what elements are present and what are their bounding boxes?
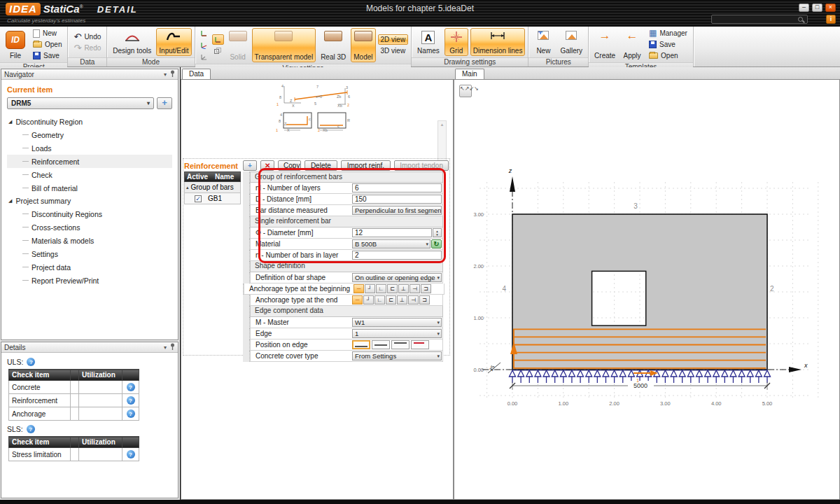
- anchorage-type-button-0[interactable]: ─: [352, 295, 363, 304]
- nav-item-geometry[interactable]: Geometry: [7, 128, 172, 141]
- anchorage-type-button-2[interactable]: ∟: [374, 295, 385, 304]
- open-button[interactable]: Open: [30, 39, 64, 50]
- nav-item-settings[interactable]: Settings: [7, 247, 172, 260]
- value-select[interactable]: From Settings▾: [352, 351, 442, 360]
- info-button[interactable]: i: [826, 15, 836, 24]
- delete-all-button[interactable]: Delete all: [304, 160, 337, 171]
- help-icon[interactable]: ?: [127, 383, 135, 391]
- value-select[interactable]: W1▾: [352, 318, 442, 327]
- template-create-button[interactable]: → Create: [592, 28, 618, 61]
- axis-view-button-3[interactable]: [198, 52, 210, 62]
- grid-button[interactable]: Grid: [444, 28, 468, 56]
- undo-button[interactable]: ↶Undo: [71, 31, 104, 42]
- search-input[interactable]: [711, 15, 808, 24]
- template-apply-button[interactable]: ← Apply: [620, 28, 644, 61]
- model-button[interactable]: Model: [351, 28, 375, 62]
- tab-main[interactable]: Main: [455, 69, 484, 79]
- anchorage-type-button-0[interactable]: ─: [354, 284, 364, 293]
- value-select[interactable]: Perpendicular to first segment +▾: [352, 206, 442, 215]
- import-reinf-dxf-button[interactable]: Import reinf. DXF: [341, 160, 391, 171]
- anchorage-type-button-5[interactable]: ⊣: [410, 284, 420, 293]
- add-reinforcement-button[interactable]: +: [243, 160, 257, 171]
- input-edit-button[interactable]: Input/Edit: [156, 28, 191, 56]
- anchorage-type-button-4[interactable]: ⊥: [398, 284, 409, 293]
- anchorage-type-button-6[interactable]: ⊐: [419, 295, 430, 304]
- nav-tree-section[interactable]: ◢Discontinuity Region: [7, 115, 172, 128]
- nav-item-bill-of-material[interactable]: Bill of material: [7, 181, 172, 195]
- value-input[interactable]: 12: [352, 228, 432, 237]
- help-icon[interactable]: ?: [127, 450, 135, 458]
- template-open-button[interactable]: Open: [646, 50, 690, 61]
- value-input[interactable]: 6: [352, 183, 442, 192]
- picture-new-button[interactable]: New: [531, 28, 555, 56]
- panel-menu-icon[interactable]: ▾: [164, 71, 167, 78]
- anchorage-type-button-1[interactable]: ┘: [363, 295, 374, 304]
- nav-item-check[interactable]: Check: [7, 168, 172, 181]
- gallery-button[interactable]: Gallery: [557, 28, 585, 56]
- view-2d-button[interactable]: 2D view: [378, 34, 409, 45]
- spinner-control[interactable]: ▴▾: [433, 228, 442, 237]
- template-manager-button[interactable]: ▦Manager: [646, 28, 690, 38]
- nav-item-cross-sections[interactable]: Cross-sections: [7, 220, 172, 234]
- new-button[interactable]: New: [30, 28, 64, 38]
- expander-icon[interactable]: ◢: [8, 119, 12, 125]
- nav-item-loads[interactable]: Loads: [7, 141, 172, 155]
- fit-view-button[interactable]: ↖↗↙↘: [459, 85, 472, 97]
- template-save-button[interactable]: Save: [646, 39, 690, 50]
- active-checkbox[interactable]: ✓: [195, 195, 202, 202]
- perspective-cube-button[interactable]: [212, 46, 224, 57]
- nav-tree-section[interactable]: ◢Project summary: [7, 195, 172, 207]
- delete-reinforcement-button[interactable]: ✕: [260, 160, 274, 171]
- help-icon[interactable]: ?: [127, 410, 135, 418]
- minimize-button[interactable]: –: [799, 4, 809, 12]
- position-button-0[interactable]: [352, 340, 370, 349]
- value-input[interactable]: 150: [352, 195, 442, 204]
- anchorage-type-button-3[interactable]: ⊏: [387, 284, 398, 293]
- material-select[interactable]: B 500B▾: [352, 239, 430, 248]
- pin-icon[interactable]: [170, 343, 175, 351]
- redo-button[interactable]: ↷Redo: [71, 43, 104, 53]
- scroll-up-icon[interactable]: ▴: [438, 122, 446, 127]
- current-item-select[interactable]: DRM5 ▾: [7, 97, 154, 109]
- real-3d-button[interactable]: Real 3D: [318, 28, 349, 62]
- nav-item-project-data[interactable]: Project data: [7, 260, 172, 274]
- solid-button[interactable]: Solid: [226, 28, 250, 62]
- list-item-gb1[interactable]: ✓ GB1: [184, 193, 241, 204]
- anchorage-type-button-6[interactable]: ⊐: [421, 284, 431, 293]
- maximize-button[interactable]: □: [812, 4, 822, 12]
- edit-material-button[interactable]: ↻: [431, 239, 442, 248]
- help-icon[interactable]: ?: [27, 425, 35, 433]
- position-button-2[interactable]: [391, 340, 410, 349]
- view-3d-button[interactable]: 3D view: [378, 46, 409, 56]
- drawing-canvas[interactable]: ↖↗↙↘ 5000125xz3.002.001.000.000.001.002.…: [454, 79, 840, 500]
- panel-menu-icon[interactable]: ▾: [164, 344, 167, 351]
- save-button[interactable]: Save: [30, 50, 64, 61]
- anchorage-type-button-1[interactable]: ┘: [365, 284, 375, 293]
- axis-view-button-2[interactable]: [198, 40, 210, 50]
- help-icon[interactable]: ?: [127, 396, 135, 405]
- anchorage-type-button-4[interactable]: ⊥: [397, 295, 407, 304]
- dimension-lines-button[interactable]: Dimension lines: [470, 28, 526, 56]
- pin-icon[interactable]: [170, 70, 175, 78]
- expander-icon[interactable]: ◢: [8, 198, 12, 204]
- names-button[interactable]: A Names: [414, 28, 442, 56]
- axis-view-button-1[interactable]: [198, 28, 210, 38]
- file-button[interactable]: ID File: [3, 28, 28, 61]
- close-button[interactable]: ×: [825, 4, 836, 12]
- value-select[interactable]: 1▾: [352, 329, 442, 338]
- anchorage-type-button-2[interactable]: ∟: [376, 284, 386, 293]
- nav-item-report-preview-print[interactable]: Report Preview/Print: [7, 274, 172, 287]
- nav-item-discontinuity-regions[interactable]: Discontinuity Regions: [7, 207, 172, 220]
- value-select[interactable]: On outline or opening edge▾: [352, 273, 442, 282]
- transparent-model-button[interactable]: Transparent model: [252, 28, 316, 62]
- collapse-icon[interactable]: ▴: [186, 185, 189, 190]
- nav-item-materials-models[interactable]: Materials & models: [7, 234, 172, 247]
- copy-button[interactable]: Copy: [278, 160, 301, 171]
- axis-selected-button[interactable]: [212, 34, 224, 45]
- add-item-button[interactable]: +: [157, 97, 172, 109]
- design-tools-button[interactable]: Design tools: [110, 28, 154, 56]
- list-group-row[interactable]: ▴ Group of bars: [184, 182, 241, 193]
- position-button-1[interactable]: [372, 340, 390, 349]
- help-icon[interactable]: ?: [27, 358, 35, 366]
- position-button-3[interactable]: [411, 340, 429, 349]
